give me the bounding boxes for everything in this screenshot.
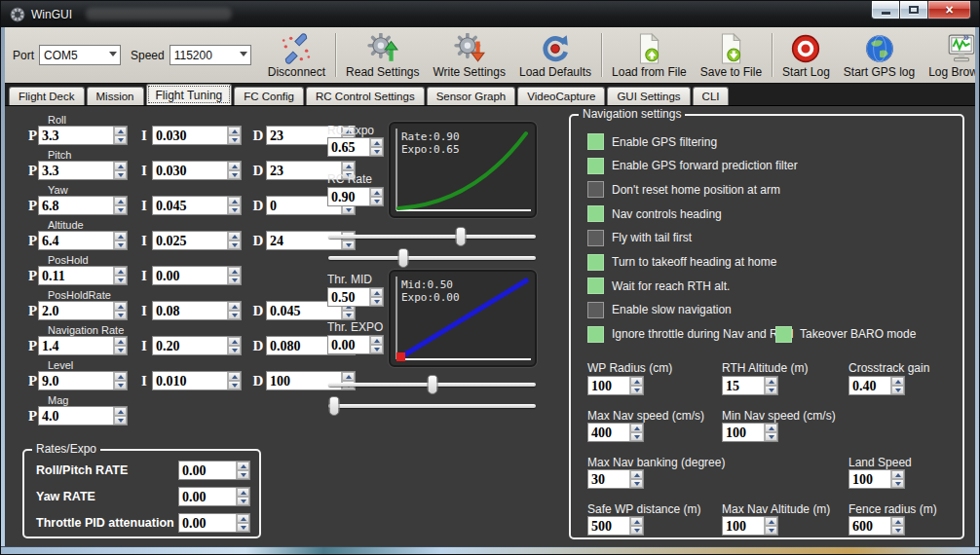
spin-up-button[interactable]: [228, 232, 241, 240]
spin-up-button[interactable]: [114, 337, 127, 346]
spin-up-button[interactable]: [114, 197, 127, 205]
rc-rate-slider[interactable]: [328, 248, 536, 268]
spin-down-button[interactable]: [114, 416, 127, 425]
toolbar-button-start-log[interactable]: Start Log: [775, 27, 837, 83]
checkbox-ignore-throttle-during-nav-and-rth[interactable]: Ignore throttle during Nav and RTH: [587, 326, 794, 343]
spin-up-button[interactable]: [114, 302, 127, 311]
maximize-button[interactable]: [900, 1, 927, 19]
checkbox-nav-controls-heading[interactable]: Nav controls heading: [587, 205, 722, 222]
checkbox-box[interactable]: [587, 205, 604, 222]
slider-thumb[interactable]: [329, 396, 340, 416]
checkbox-box[interactable]: [775, 326, 792, 343]
checkbox-fly-with-tail-first[interactable]: Fly with tail first: [587, 230, 692, 246]
nav-min-nav-speed-cm-s-input[interactable]: 100: [722, 423, 778, 442]
spin-up-button[interactable]: [228, 372, 241, 381]
toolbar-button-log-browser[interactable]: Log Browser: [922, 27, 980, 83]
spin-down-button[interactable]: [630, 526, 643, 535]
toolbar-button-save-to-file[interactable]: Save to File: [694, 27, 769, 83]
spin-up-button[interactable]: [237, 462, 249, 470]
tab-fc-config[interactable]: FC Config: [234, 87, 304, 105]
spin-down-button[interactable]: [237, 523, 249, 532]
checkbox-enable-slow-navigation[interactable]: Enable slow navigation: [587, 302, 732, 318]
spin-down-button[interactable]: [228, 346, 241, 354]
spin-up-button[interactable]: [630, 470, 643, 479]
tab-cli[interactable]: CLI: [693, 87, 730, 105]
pid-roll-i-input[interactable]: 0.030: [152, 126, 242, 145]
spin-down-button[interactable]: [228, 205, 241, 214]
spin-down-button[interactable]: [114, 311, 127, 319]
nav-rth-altitude-m-input[interactable]: 15: [722, 376, 778, 395]
spin-up-button[interactable]: [228, 162, 241, 170]
spin-down-button[interactable]: [370, 345, 383, 353]
checkbox-box[interactable]: [587, 278, 604, 294]
pid-navigation-rate-p-input[interactable]: 1.4: [38, 336, 128, 355]
spin-down-button[interactable]: [114, 381, 127, 389]
spin-down-button[interactable]: [342, 205, 355, 214]
spin-up-button[interactable]: [630, 424, 643, 432]
toolbar-button-load-defaults[interactable]: Load Defaults: [512, 27, 598, 83]
checkbox-takeover-baro-mode[interactable]: Takeover BARO mode: [775, 326, 916, 343]
spin-down-button[interactable]: [228, 311, 241, 319]
spin-up-button[interactable]: [765, 377, 777, 386]
slider-thumb[interactable]: [397, 248, 408, 268]
thr-expo-slider[interactable]: [328, 396, 536, 416]
nav-max-nav-altitude-m-input[interactable]: 100: [722, 516, 778, 536]
checkbox-wait-for-reach-rth-alt[interactable]: Wait for reach RTH alt.: [587, 278, 730, 294]
spin-down-button[interactable]: [114, 240, 127, 249]
rates-roll-pitch-rate-input[interactable]: 0.00: [178, 461, 250, 480]
toolbar-button-read-settings[interactable]: Read Settings: [339, 27, 426, 83]
checkbox-box[interactable]: [587, 158, 604, 174]
checkbox-enable-gps-forward-prediction-filter[interactable]: Enable GPS forward prediction filter: [587, 158, 798, 174]
tab-mission[interactable]: Mission: [87, 87, 144, 105]
pid-altitude-i-input[interactable]: 0.025: [152, 231, 242, 250]
speed-select[interactable]: 115200: [170, 45, 251, 65]
nav-land-speed-input[interactable]: 100: [848, 469, 905, 489]
spin-up-button[interactable]: [891, 377, 904, 386]
spin-down-button[interactable]: [891, 386, 904, 394]
pid-posholdrate-p-input[interactable]: 2.0: [38, 301, 128, 320]
spin-up-button[interactable]: [765, 517, 777, 526]
rates-throttle-pid-attenuation-input[interactable]: 0.00: [178, 513, 250, 533]
spin-down-button[interactable]: [891, 479, 904, 488]
checkbox-don-t-reset-home-position-at-arm[interactable]: Don't reset home position at arm: [587, 181, 780, 198]
spin-up-button[interactable]: [228, 302, 241, 311]
port-select[interactable]: COM5: [39, 45, 121, 65]
spin-down-button[interactable]: [114, 205, 127, 214]
tab-flight-tuning[interactable]: Flight Tuning: [146, 84, 233, 105]
spin-up-button[interactable]: [228, 197, 241, 205]
pid-pitch-i-input[interactable]: 0.030: [152, 161, 242, 180]
spin-up-button[interactable]: [114, 267, 127, 276]
spin-down-button[interactable]: [630, 479, 643, 488]
nav-wp-radius-cm-input[interactable]: 100: [587, 376, 644, 395]
spin-down-button[interactable]: [765, 432, 777, 441]
spin-up-button[interactable]: [370, 288, 383, 297]
spin-up-button[interactable]: [370, 336, 383, 345]
pid-yaw-i-input[interactable]: 0.045: [152, 196, 242, 215]
pid-navigation-rate-i-input[interactable]: 0.20: [152, 336, 242, 355]
toolbar-button-load-from-file[interactable]: Load from File: [605, 27, 694, 83]
spin-up-button[interactable]: [237, 488, 249, 497]
spin-down-button[interactable]: [370, 197, 383, 205]
spin-up-button[interactable]: [630, 377, 643, 386]
pid-level-i-input[interactable]: 0.010: [152, 371, 242, 390]
spin-down-button[interactable]: [237, 497, 249, 505]
nav-fence-radius-m-input[interactable]: 600: [848, 516, 905, 536]
spin-down-button[interactable]: [370, 297, 383, 306]
spin-down-button[interactable]: [114, 170, 127, 179]
spin-up-button[interactable]: [228, 127, 241, 135]
checkbox-box[interactable]: [587, 230, 604, 246]
pid-level-p-input[interactable]: 9.0: [38, 371, 128, 390]
spin-up-button[interactable]: [114, 162, 127, 170]
pid-altitude-p-input[interactable]: 6.4: [38, 231, 128, 250]
spin-down-button[interactable]: [114, 346, 127, 354]
spin-down-button[interactable]: [237, 470, 249, 479]
tab-rc-control-settings[interactable]: RC Control Settings: [306, 87, 425, 105]
spin-up-button[interactable]: [342, 162, 355, 170]
checkbox-box[interactable]: [587, 326, 604, 343]
spin-down-button[interactable]: [228, 135, 241, 144]
pid-pitch-p-input[interactable]: 3.3: [38, 161, 128, 180]
toolbar-button-write-settings[interactable]: Write Settings: [426, 27, 511, 83]
spin-up-button[interactable]: [114, 232, 127, 240]
spin-up-button[interactable]: [237, 514, 249, 523]
spin-down-button[interactable]: [228, 276, 241, 284]
